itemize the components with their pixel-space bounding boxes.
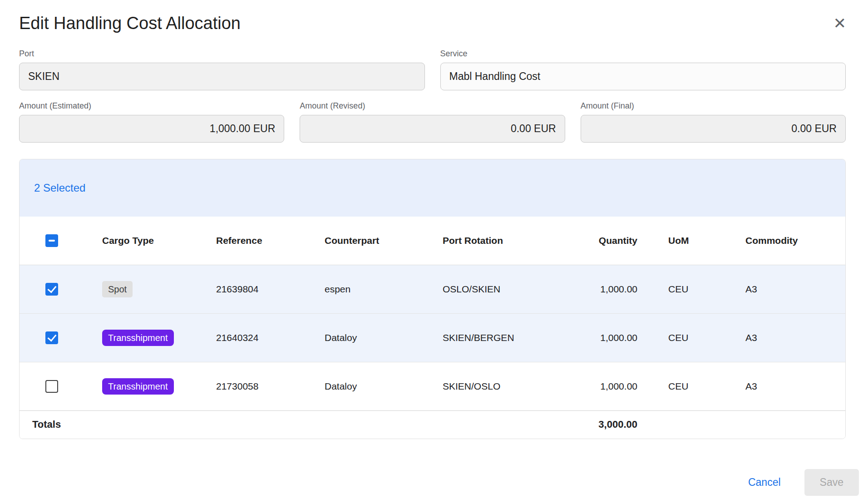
port-rotation-cell: SKIEN/OSLO (443, 381, 564, 392)
amount-estimated-group: Amount (Estimated) (19, 101, 284, 143)
amount-revised-label: Amount (Revised) (300, 101, 565, 111)
dialog-header: Edit Handling Cost Allocation ✕ (0, 0, 868, 34)
cargo-type-badge: Transshipment (102, 330, 174, 346)
amount-estimated-input[interactable] (19, 115, 284, 143)
dialog-footer: Cancel Save (0, 469, 868, 496)
counterpart-cell: espen (325, 284, 443, 295)
quantity-cell: 1,000.00 (564, 381, 637, 392)
counterpart-cell: Dataloy (325, 332, 443, 343)
column-header-commodity: Commodity (745, 235, 845, 246)
service-label: Service (440, 49, 846, 59)
port-rotation-cell: OSLO/SKIEN (443, 284, 564, 295)
row-checkbox[interactable] (45, 283, 58, 296)
reference-cell: 21639804 (216, 284, 325, 295)
column-header-reference: Reference (216, 235, 325, 246)
amount-revised-input[interactable] (300, 115, 565, 143)
column-header-uom: UoM (637, 235, 745, 246)
amount-estimated-label: Amount (Estimated) (19, 101, 284, 111)
cargo-type-badge: Spot (102, 281, 133, 297)
cargo-type-badge: Transshipment (102, 378, 174, 395)
form-area: Port Service Amount (Estimated) Amount (… (0, 49, 868, 143)
commodity-cell: A3 (745, 332, 845, 343)
port-input[interactable] (19, 63, 425, 90)
totals-label: Totals (20, 419, 216, 430)
column-header-cargo-type: Cargo Type (102, 235, 216, 246)
column-header-port-rotation: Port Rotation (443, 235, 564, 246)
column-header-counterpart: Counterpart (325, 235, 443, 246)
counterpart-cell: Dataloy (325, 381, 443, 392)
amount-final-input[interactable] (581, 115, 846, 143)
commodity-cell: A3 (745, 284, 845, 295)
amount-final-group: Amount (Final) (581, 101, 846, 143)
table-row[interactable]: Transshipment 21640324 Dataloy SKIEN/BER… (20, 314, 845, 362)
port-rotation-cell: SKIEN/BERGEN (443, 332, 564, 343)
uom-cell: CEU (637, 381, 745, 392)
selected-count: 2 Selected (34, 182, 85, 194)
reference-cell: 21640324 (216, 332, 325, 343)
uom-cell: CEU (637, 332, 745, 343)
close-icon[interactable]: ✕ (832, 14, 848, 33)
column-header-quantity: Quantity (564, 235, 637, 246)
table-header-row: Cargo Type Reference Counterpart Port Ro… (20, 217, 845, 265)
commodity-cell: A3 (745, 381, 845, 392)
service-input[interactable] (440, 63, 846, 90)
select-all-checkbox[interactable] (45, 234, 58, 247)
uom-cell: CEU (637, 284, 745, 295)
quantity-cell: 1,000.00 (564, 332, 637, 343)
table-row[interactable]: Transshipment 21730058 Dataloy SKIEN/OSL… (20, 362, 845, 411)
row-checkbox[interactable] (45, 331, 58, 344)
cancel-button[interactable]: Cancel (745, 473, 784, 492)
totals-row: Totals 3,000.00 (20, 411, 845, 439)
totals-quantity: 3,000.00 (564, 419, 637, 430)
save-button[interactable]: Save (804, 469, 859, 496)
allocation-table: 2 Selected Cargo Type Reference Counterp… (19, 159, 846, 439)
page-title: Edit Handling Cost Allocation (19, 14, 241, 34)
port-field-group: Port (19, 49, 425, 90)
quantity-cell: 1,000.00 (564, 284, 637, 295)
amount-final-label: Amount (Final) (581, 101, 846, 111)
reference-cell: 21730058 (216, 381, 325, 392)
service-field-group: Service (440, 49, 846, 90)
row-checkbox[interactable] (45, 380, 58, 393)
port-label: Port (19, 49, 425, 59)
amount-revised-group: Amount (Revised) (300, 101, 565, 143)
selection-band: 2 Selected (20, 159, 845, 217)
table-row[interactable]: Spot 21639804 espen OSLO/SKIEN 1,000.00 … (20, 265, 845, 314)
